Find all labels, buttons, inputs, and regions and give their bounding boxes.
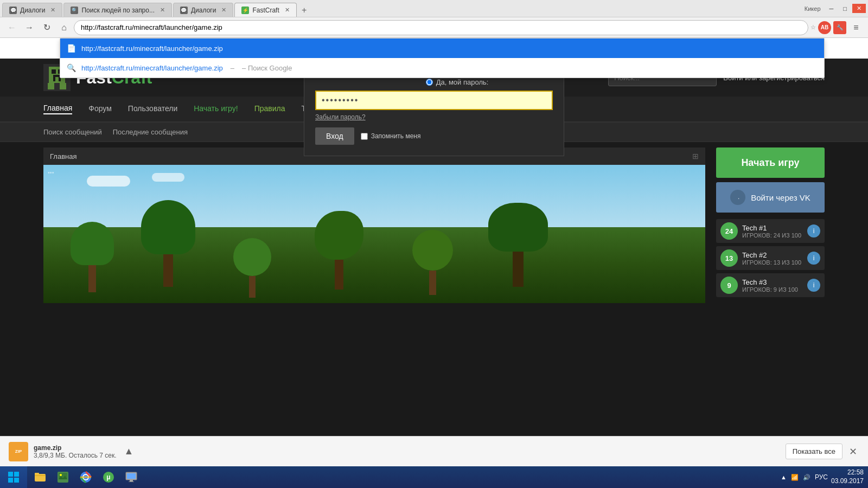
start-game-button[interactable]: Начать игру [716,147,825,178]
taskbar-app-2[interactable] [52,467,74,487]
tab-fastcraft[interactable]: ⚡ FastCraft ✕ [234,3,296,17]
kiker-label: Кикер [805,5,821,12]
minecraft-banner: ••• [43,165,705,303]
svg-rect-7 [48,83,54,89]
minimize-button[interactable]: ─ [825,4,838,13]
tab-label-1: Диалоги [20,7,45,14]
autocomplete-url-2: http://fastcraft.ru/minecraft/launcher/g… [81,64,223,72]
trunk-5 [429,271,436,295]
home-button[interactable]: ⌂ [56,20,72,35]
new-tab-button[interactable]: + [298,4,311,17]
vk-login-button[interactable]: Войти через VK [716,182,825,213]
monitor-icon [125,471,138,484]
tab-dialogi-1[interactable]: 💬 Диалоги ✕ [2,3,62,17]
grid-icon: ⊞ [692,152,699,160]
subnav-recent[interactable]: Последние сообщения [113,128,188,136]
leaves-1 [71,222,114,265]
forgot-password-link[interactable]: Забыли пароль? [315,113,553,121]
cloud-1 [87,176,130,187]
download-bar: ZIP game.zip 3,8/9,3 МБ. Осталось 7 сек.… [0,436,868,466]
svg-rect-8 [60,83,66,89]
svg-rect-2 [52,69,56,74]
autocomplete-item-2[interactable]: 🔍 http://fastcraft.ru/minecraft/launcher… [60,58,824,78]
server-item-2: 13 Tech #2 ИГРОКОВ: 13 ИЗ 100 i [716,246,825,270]
taskbar-app-monitor[interactable] [120,467,142,487]
maximize-button[interactable]: □ [839,4,851,13]
subnav-search[interactable]: Поиск сообщений [43,128,102,136]
close-button[interactable]: ✕ [852,4,866,13]
nav-rules[interactable]: Правила [254,104,285,114]
nav-users[interactable]: Пользователи [128,104,177,114]
tab-search[interactable]: 🔍 Поиск людей по запро... ✕ [63,3,172,17]
address-bar[interactable] [74,20,808,35]
breadcrumb: Главная [50,152,76,160]
server-info-btn-1[interactable]: i [807,224,820,237]
tab-label-3: Диалоги [191,7,216,14]
taskbar-app-utorrent[interactable]: μ [98,467,119,487]
windows-icon [7,471,20,484]
tab-close-3[interactable]: ✕ [221,7,226,14]
extension-icon[interactable]: 🔧 [833,21,846,34]
login-button[interactable]: Вход [315,127,354,145]
server-info-btn-2[interactable]: i [807,252,820,265]
svg-rect-12 [14,478,19,483]
tab-close-1[interactable]: ✕ [50,7,55,14]
password-input[interactable] [315,91,553,110]
forward-button[interactable]: → [22,20,37,35]
tab-icon-4: ⚡ [241,7,249,14]
tray-expand[interactable]: ▲ [780,474,788,480]
trunk-4 [335,260,343,290]
tray-speaker[interactable]: 🔊 [802,474,812,481]
tab-icon-3: 💬 [180,7,188,14]
leaves-5 [412,230,453,271]
document-icon: 📄 [67,44,76,53]
menu-button[interactable]: ≡ [848,20,864,35]
trunk-2 [163,254,173,287]
svg-rect-11 [8,478,13,483]
nav-start-game[interactable]: Начать игру! [194,104,238,114]
download-expand-button[interactable]: ▲ [122,444,136,459]
main-content: Главная ⊞ [0,142,868,303]
svg-rect-24 [127,473,136,479]
autocomplete-item-1[interactable]: 📄 http://fastcraft.ru/minecraft/launcher… [60,38,824,58]
taskbar-apps: μ [27,467,404,487]
tray-network[interactable]: 📶 [790,474,800,481]
server-info-btn-3[interactable]: i [807,279,820,292]
remember-me-text: Запомнить меня [371,132,421,140]
tabs-area: 💬 Диалоги ✕ 🔍 Поиск людей по запро... ✕ … [0,0,805,17]
tab-close-2[interactable]: ✕ [160,7,165,14]
taskbar-app-chrome[interactable] [75,467,97,487]
back-button[interactable]: ← [4,20,20,35]
radio-yes[interactable] [426,79,433,86]
show-all-button[interactable]: Показать все [786,444,843,459]
server-info-1: Tech #1 ИГРОКОВ: 24 ИЗ 100 [742,224,803,239]
nav-forum[interactable]: Форум [88,104,112,114]
start-button[interactable] [0,466,27,488]
leaves-2 [141,200,195,254]
svg-text:μ: μ [106,473,110,481]
toolbar-right: ☆ AB 🔧 ≡ [810,20,864,35]
star-icon[interactable]: ☆ [810,24,816,31]
adblock-icon[interactable]: AB [818,21,831,34]
tree-3 [233,238,271,298]
tree-1 [71,222,114,292]
refresh-button[interactable]: ↻ [39,20,54,35]
svg-rect-13 [35,474,46,481]
tab-dialogi-2[interactable]: 💬 Диалоги ✕ [173,3,233,17]
radio-option-yes[interactable]: Да, мой пароль: [426,78,544,86]
nav-home[interactable]: Главная [43,104,72,114]
window-controls: ─ □ ✕ [825,0,868,17]
language-indicator[interactable]: РУС [815,473,828,481]
tree-6 [488,203,548,287]
tab-label-2: Поиск людей по запро... [81,7,155,14]
remember-me-checkbox[interactable] [361,133,368,140]
utorrent-icon: μ [102,471,115,484]
tab-close-4[interactable]: ✕ [285,7,290,14]
tree-4 [315,211,363,290]
svg-rect-26 [129,481,134,482]
tab-icon-1: 💬 [9,7,17,14]
autocomplete-dropdown: 📄 http://fastcraft.ru/minecraft/launcher… [60,38,825,78]
remember-me-label[interactable]: Запомнить меня [361,132,421,140]
download-close-button[interactable]: ✕ [847,444,859,460]
taskbar-app-files[interactable] [29,467,51,487]
